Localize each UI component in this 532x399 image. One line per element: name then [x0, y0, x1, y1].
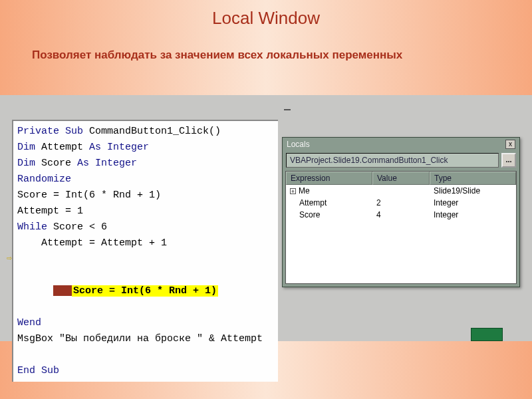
highlighted-code: Score = Int(6 * Rnd + 1)	[72, 285, 218, 297]
var-value: 4	[372, 209, 430, 221]
locals-context-row: VBAProject.Slide19.CommandButton1_Click …	[283, 151, 519, 170]
page-subtitle: Позволяет наблюдать за значением всех ло…	[0, 29, 532, 62]
code-line: Attempt = 1	[17, 203, 274, 219]
locals-row[interactable]: Attempt 2 Integer	[286, 197, 516, 209]
locals-titlebar[interactable]: Locals x	[283, 138, 519, 151]
code-editor[interactable]: Private Sub CommandButton1_Click() Dim A…	[12, 120, 278, 382]
locals-header-row: Expression Value Type	[286, 172, 516, 185]
page-title: Local Window	[0, 0, 532, 29]
execution-arrow-icon: ⇨	[7, 252, 12, 266]
var-type: Integer	[430, 209, 516, 221]
code-line: Attempt = Attempt + 1	[17, 235, 274, 251]
locals-row[interactable]: Score 4 Integer	[286, 209, 516, 221]
locals-title-label: Locals	[287, 140, 310, 149]
header-expression[interactable]: Expression	[286, 172, 372, 185]
locals-grid[interactable]: Expression Value Type +Me Slide19/Slide …	[285, 171, 517, 284]
code-line: Private Sub CommandButton1_Click()	[17, 124, 274, 140]
code-line: Randomize	[17, 172, 274, 188]
code-line: Wend	[17, 315, 274, 331]
locals-window[interactable]: Locals x VBAProject.Slide19.CommandButto…	[282, 137, 520, 287]
var-value: 2	[372, 197, 430, 209]
toolbar-divider	[284, 106, 291, 110]
code-line: End Sub	[17, 363, 274, 379]
locals-body: +Me Slide19/Slide Attempt 2 Integer Scor…	[286, 185, 516, 283]
current-exec-line: ⇨ Score = Int(6 * Rnd + 1)	[17, 251, 274, 315]
code-line: MsgBox "Вы победили на броске " & Attemp…	[17, 331, 274, 347]
var-type: Slide19/Slide	[430, 185, 516, 197]
locals-row[interactable]: +Me Slide19/Slide	[286, 185, 516, 197]
close-button[interactable]: x	[505, 140, 515, 149]
code-line: Dim Score As Integer	[17, 156, 274, 172]
breakpoint-marker[interactable]	[53, 285, 72, 296]
var-value	[372, 185, 430, 197]
locals-browse-button[interactable]: ...	[501, 153, 516, 168]
code-line: Score = Int(6 * Rnd + 1)	[17, 188, 274, 203]
slide: Local Window Позволяет наблюдать за знач…	[0, 0, 532, 399]
locals-context-field[interactable]: VBAProject.Slide19.CommandButton1_Click	[286, 153, 499, 168]
var-name: Attempt	[299, 198, 327, 207]
code-line: While Score < 6	[17, 219, 274, 235]
header-value[interactable]: Value	[372, 172, 430, 185]
var-name: Me	[299, 186, 310, 196]
var-type: Integer	[430, 197, 516, 209]
code-line	[17, 347, 274, 363]
code-line: Dim Attempt As Integer	[17, 140, 274, 156]
partial-panel	[471, 328, 503, 341]
expand-icon[interactable]: +	[290, 188, 296, 194]
var-name: Score	[299, 210, 320, 219]
header-type[interactable]: Type	[430, 172, 516, 185]
